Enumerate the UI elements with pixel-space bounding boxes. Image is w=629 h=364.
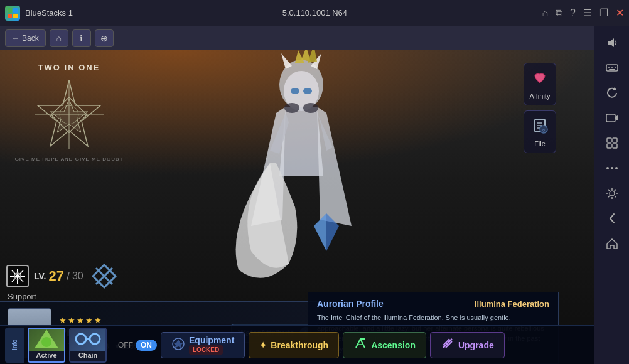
logo-subtitle: GIVE ME HOPE AND GIVE ME DOUBT [13, 156, 126, 162]
active-skill-tab[interactable]: Active [28, 328, 65, 363]
toggle-on-button[interactable]: ON [136, 340, 157, 351]
class-label: Support [8, 292, 36, 301]
app-name: BlueStacks 1 [25, 8, 280, 18]
restore-icon[interactable]: ❐ [599, 7, 608, 19]
app-version: 5.0.110.1001 N64 [282, 8, 537, 18]
chain-skill-thumbnail [70, 328, 106, 351]
info-toolbar-button[interactable]: ℹ [72, 29, 91, 47]
svg-point-61 [606, 167, 609, 169]
ascension-icon [353, 336, 367, 353]
toolbar: ← Back ⌂ ℹ ⊕ [0, 26, 629, 50]
equipment-button[interactable]: Equipment LOCKED [161, 332, 245, 358]
game-area: TWO IN ONE GIVE ME HOPE AND GIVE ME DOUB… [0, 50, 594, 364]
active-skill-label: Active [36, 351, 56, 359]
upgrade-icon [441, 336, 454, 353]
svg-rect-2 [8, 14, 12, 18]
app-logo [5, 6, 20, 21]
action-bar: Info Active Chain [0, 325, 594, 364]
sidebar-record-button[interactable] [599, 107, 625, 129]
back-button[interactable]: ← Back [5, 29, 46, 47]
svg-marker-48 [608, 38, 614, 47]
svg-point-64 [610, 191, 615, 196]
profile-header: Aurorian Profile Illumina Federation [317, 299, 549, 309]
chain-skill-tab[interactable]: Chain [69, 328, 107, 363]
profile-faction: Illumina Federation [475, 299, 549, 309]
svg-rect-60 [613, 144, 617, 148]
sidebar-keyboard-button[interactable] [599, 56, 625, 79]
profile-title: Aurorian Profile [317, 299, 384, 309]
level-current: 27 [48, 268, 63, 284]
active-skill-thumbnail [28, 328, 65, 351]
info-tab-label: Info [11, 340, 18, 350]
home-toolbar-icon: ⌂ [56, 33, 61, 43]
menu-icon[interactable]: ☰ [583, 7, 592, 19]
breakthrough-label: Breakthrough [271, 340, 328, 350]
svg-rect-3 [13, 14, 18, 18]
affinity-button[interactable]: Affinity [524, 63, 556, 105]
sidebar-more-button[interactable] [599, 157, 625, 179]
svg-text:○: ○ [542, 127, 546, 133]
level-bar: LV. 27 / 30 [6, 260, 120, 292]
equipment-locked-badge: LOCKED [189, 345, 223, 355]
toggle-off-label: OFF [118, 341, 133, 350]
breakthrough-icon: ✦ [259, 340, 267, 350]
sidebar-volume-button[interactable] [599, 31, 625, 54]
home-icon[interactable]: ⌂ [542, 8, 548, 19]
info-tab[interactable]: Info [5, 328, 24, 363]
affinity-icon [531, 69, 549, 90]
logo-area: TWO IN ONE GIVE ME HOPE AND GIVE ME DOUB… [13, 63, 126, 162]
x-mark-icon [89, 260, 120, 292]
close-icon[interactable]: ✕ [616, 7, 624, 19]
sidebar-macro-button[interactable] [599, 132, 625, 154]
svg-point-38 [41, 337, 51, 347]
upgrade-button[interactable]: Upgrade [430, 332, 505, 358]
logo-emblem [31, 77, 107, 153]
svg-point-22 [303, 103, 318, 113]
svg-rect-1 [13, 8, 18, 13]
svg-rect-55 [606, 114, 615, 122]
help-icon[interactable]: ? [570, 8, 576, 19]
zoom-toolbar-icon: ⊕ [100, 33, 108, 43]
file-icon: ○ [531, 117, 549, 137]
sidebar-rotate-button[interactable] [599, 82, 625, 104]
level-max: 30 [72, 270, 83, 282]
file-button[interactable]: ○ File [524, 110, 556, 153]
equipment-icon [171, 337, 185, 353]
info-toolbar-icon: ℹ [80, 33, 83, 43]
class-icon [6, 265, 29, 287]
file-label: File [534, 140, 546, 147]
toggle-group: OFF ON [118, 340, 157, 351]
multi-instance-icon[interactable]: ⧉ [556, 8, 562, 19]
level-label: LV. [34, 271, 46, 281]
svg-marker-11 [281, 53, 292, 69]
equipment-label: Equipment [189, 335, 234, 345]
svg-point-39 [76, 334, 86, 344]
sidebar-settings-button[interactable] [599, 182, 625, 205]
breakthrough-button[interactable]: ✦ Breakthrough [249, 332, 339, 358]
zoom-toolbar-button[interactable]: ⊕ [95, 29, 114, 47]
logo-title: TWO IN ONE [13, 63, 126, 72]
title-bar: BlueStacks 1 5.0.110.1001 N64 ⌂ ⧉ ? ☰ ❐ … [0, 0, 629, 26]
back-arrow-icon: ← [12, 34, 19, 43]
right-sidebar [594, 26, 629, 364]
svg-rect-57 [607, 138, 611, 142]
sidebar-back-button[interactable] [599, 207, 625, 230]
character-stars: ★ ★ ★ ★ ★ [59, 316, 223, 325]
sidebar-home-button[interactable] [599, 232, 625, 255]
game-right-panel: Affinity ○ File [521, 50, 559, 166]
ascension-button[interactable]: Ascension [343, 332, 426, 358]
chain-skill-label: Chain [78, 351, 98, 359]
svg-point-18 [303, 88, 312, 94]
svg-point-62 [611, 167, 613, 169]
svg-point-40 [90, 334, 100, 344]
svg-marker-43 [173, 340, 183, 348]
svg-point-63 [615, 167, 618, 169]
svg-rect-59 [607, 144, 611, 148]
svg-rect-58 [613, 138, 617, 142]
ascension-label: Ascension [371, 340, 416, 350]
affinity-label: Affinity [530, 92, 551, 100]
home-toolbar-button[interactable]: ⌂ [50, 29, 68, 47]
svg-point-17 [291, 88, 299, 94]
character-area [138, 50, 465, 314]
svg-point-21 [284, 103, 299, 113]
